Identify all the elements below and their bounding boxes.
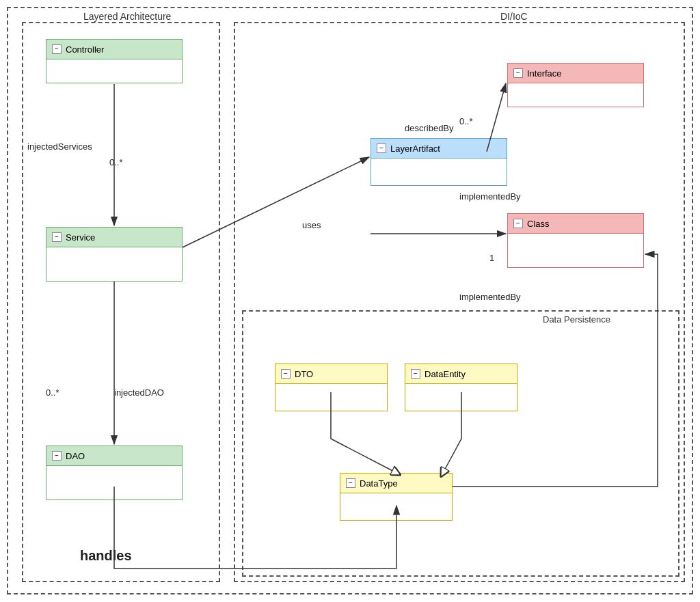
mult-0star-left: 0..*	[109, 157, 123, 167]
implemented-by-top-label: implementedBy	[459, 191, 521, 202]
data-persistence-region	[242, 310, 679, 577]
injected-dao-label: injectedDAO	[114, 387, 164, 398]
mult-0star-left-bottom: 0..*	[46, 387, 59, 398]
class-label: Class	[527, 219, 550, 229]
layer-artifact-label: LayerArtifact	[390, 143, 440, 154]
controller-box: − Controller	[46, 39, 183, 83]
data-type-icon: −	[346, 478, 355, 488]
controller-icon: −	[52, 44, 62, 54]
mult-0star-right: 0..*	[459, 116, 473, 126]
implemented-by-bottom-label: implementedBy	[459, 292, 521, 302]
mult-1-label: 1	[489, 253, 494, 263]
dao-box: − DAO	[46, 446, 183, 500]
data-entity-label: DataEntity	[425, 369, 466, 379]
described-by-label: describedBy	[405, 123, 454, 133]
controller-label: Controller	[66, 44, 104, 55]
dao-icon: −	[52, 451, 62, 461]
uses-label: uses	[302, 220, 321, 230]
data-type-label: DataType	[360, 478, 398, 489]
diagram-container: Layered Architecture DI/IoC Data Persist…	[7, 7, 693, 594]
layer-artifact-box: − LayerArtifact	[371, 138, 507, 186]
handles-label: handles	[80, 548, 132, 564]
data-persistence-label: Data Persistence	[543, 314, 610, 325]
dto-icon: −	[281, 369, 291, 379]
interface-box: − Interface	[507, 63, 644, 107]
dto-label: DTO	[295, 369, 313, 379]
data-entity-box: − DataEntity	[405, 364, 517, 411]
dao-label: DAO	[66, 451, 85, 461]
interface-icon: −	[513, 68, 523, 78]
class-icon: −	[513, 219, 523, 228]
service-label: Service	[66, 232, 95, 243]
data-type-box: − DataType	[340, 473, 453, 521]
interface-label: Interface	[527, 68, 562, 79]
data-entity-icon: −	[411, 369, 420, 379]
title-di-ioc: DI/IoC	[500, 11, 528, 22]
service-icon: −	[52, 232, 62, 242]
title-layered-architecture: Layered Architecture	[83, 11, 171, 22]
layer-artifact-icon: −	[377, 143, 386, 153]
dto-box: − DTO	[275, 364, 388, 411]
class-box: − Class	[507, 213, 644, 268]
injected-services-label: injectedServices	[27, 141, 92, 152]
service-box: − Service	[46, 227, 183, 282]
